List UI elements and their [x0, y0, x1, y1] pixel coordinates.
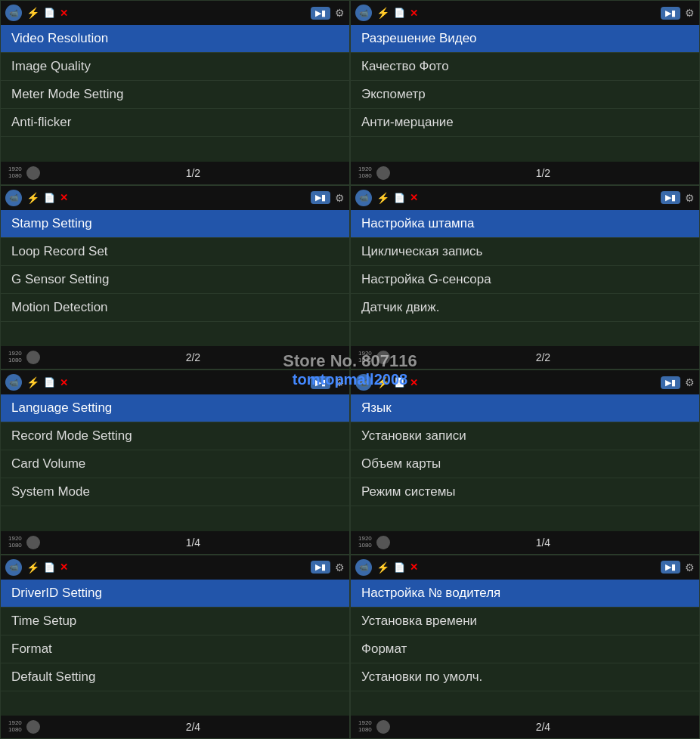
menu-item[interactable]: Настройка № водителя — [351, 580, 699, 608]
plug-icon: ⚡ — [26, 561, 39, 574]
menu-item[interactable]: Датчик движ. — [351, 294, 699, 322]
menu-item[interactable]: Image Quality — [1, 53, 349, 81]
close-icon: ✕ — [60, 377, 68, 388]
menu-list-p5: Language SettingRecord Mode SettingCard … — [1, 394, 349, 531]
panel-p4: 📹⚡📄✕▶▮⚙Настройка штампаЦиклическая запис… — [350, 185, 700, 370]
panel-header-p2: 📹⚡📄✕▶▮⚙ — [351, 1, 699, 25]
menu-item[interactable]: Язык — [351, 394, 699, 422]
settings-icon[interactable]: ⚙ — [335, 561, 345, 574]
menu-item[interactable]: Установки по умолч. — [351, 663, 699, 691]
video-mode-button[interactable]: ▶▮ — [311, 376, 330, 389]
camera-icon: 📹 — [355, 190, 372, 206]
camera-icon: 📹 — [5, 190, 22, 206]
video-mode-button[interactable]: ▶▮ — [661, 7, 680, 20]
settings-icon[interactable]: ⚙ — [685, 192, 695, 204]
resolution-badge: 19201080 — [358, 351, 372, 364]
panel-header-p8: 📹⚡📄✕▶▮⚙ — [351, 555, 699, 580]
video-mode-button[interactable]: ▶▮ — [311, 561, 330, 574]
panel-footer-p4: 192010802/2 — [351, 346, 699, 369]
video-mode-button[interactable]: ▶▮ — [311, 7, 330, 20]
menu-item[interactable]: Time Setup — [1, 608, 349, 635]
plug-icon: ⚡ — [376, 7, 389, 19]
menu-list-p6: ЯзыкУстановки записиОбъем картыРежим сис… — [351, 394, 699, 531]
video-mode-button[interactable]: ▶▮ — [661, 561, 680, 574]
menu-item[interactable]: Разрешение Видео — [351, 25, 699, 53]
menu-item[interactable]: G Sensor Setting — [1, 266, 349, 294]
close-icon: ✕ — [60, 192, 68, 203]
close-icon: ✕ — [60, 561, 68, 573]
page-number: 1/4 — [45, 536, 342, 549]
menu-item[interactable]: Video Resolution — [1, 25, 349, 53]
footer-status-icon — [26, 166, 40, 180]
page-number: 1/2 — [45, 167, 342, 179]
footer-status-icon — [376, 351, 390, 364]
video-mode-button[interactable]: ▶▮ — [661, 191, 680, 204]
menu-item[interactable]: Настройка штампа — [351, 210, 699, 238]
page-number: 2/4 — [395, 721, 692, 733]
menu-item[interactable]: Формат — [351, 635, 699, 663]
menu-item[interactable]: Anti-flicker — [1, 109, 349, 137]
panel-p8: 📹⚡📄✕▶▮⚙Настройка № водителяУстановка вре… — [350, 555, 700, 740]
menu-item[interactable]: Card Volume — [1, 450, 349, 478]
document-icon: 📄 — [44, 377, 55, 388]
close-icon: ✕ — [410, 561, 418, 573]
camera-icon: 📹 — [5, 559, 22, 576]
document-icon: 📄 — [394, 377, 405, 388]
document-icon: 📄 — [44, 193, 55, 203]
menu-item[interactable]: Качество Фото — [351, 53, 699, 81]
panel-p1: 📹⚡📄✕▶▮⚙Video ResolutionImage QualityMete… — [0, 0, 350, 185]
panel-p7: 📹⚡📄✕▶▮⚙DriverID SettingTime SetupFormatD… — [0, 555, 350, 740]
menu-list-p7: DriverID SettingTime SetupFormatDefault … — [1, 580, 349, 716]
panel-header-p4: 📹⚡📄✕▶▮⚙ — [351, 186, 699, 210]
footer-status-icon — [26, 351, 40, 364]
close-icon: ✕ — [410, 8, 418, 19]
menu-item[interactable]: Language Setting — [1, 394, 349, 422]
menu-item[interactable]: Format — [1, 635, 349, 663]
video-mode-button[interactable]: ▶▮ — [311, 191, 330, 204]
settings-icon[interactable]: ⚙ — [335, 376, 345, 388]
menu-item[interactable]: Установки записи — [351, 422, 699, 450]
menu-list-p1: Video ResolutionImage QualityMeter Mode … — [1, 25, 349, 162]
camera-icon: 📹 — [5, 5, 22, 21]
menu-item[interactable]: Record Mode Setting — [1, 422, 349, 450]
main-grid: 📹⚡📄✕▶▮⚙Video ResolutionImage QualityMete… — [0, 0, 700, 739]
panel-footer-p5: 192010801/4 — [1, 531, 349, 554]
menu-item[interactable]: Циклическая запись — [351, 238, 699, 266]
menu-item[interactable]: Stamp Setting — [1, 210, 349, 238]
menu-item[interactable]: DriverID Setting — [1, 580, 349, 608]
panel-p3: 📹⚡📄✕▶▮⚙Stamp SettingLoop Record SetG Sen… — [0, 185, 350, 370]
menu-list-p4: Настройка штампаЦиклическая записьНастро… — [351, 210, 699, 347]
menu-item[interactable]: Экспометр — [351, 81, 699, 109]
panel-footer-p8: 192010802/4 — [351, 716, 699, 738]
settings-icon[interactable]: ⚙ — [335, 192, 345, 204]
menu-item[interactable]: System Mode — [1, 478, 349, 506]
footer-status-icon — [376, 166, 390, 180]
menu-item[interactable]: Motion Detection — [1, 294, 349, 322]
menu-item[interactable]: Объем карты — [351, 450, 699, 478]
panel-footer-p1: 192010801/2 — [1, 162, 349, 184]
settings-icon[interactable]: ⚙ — [685, 7, 695, 19]
panel-footer-p7: 192010802/4 — [1, 716, 349, 738]
settings-icon[interactable]: ⚙ — [335, 7, 345, 19]
menu-item[interactable]: Установка времени — [351, 608, 699, 635]
panel-header-p7: 📹⚡📄✕▶▮⚙ — [1, 555, 349, 580]
menu-item[interactable]: Meter Mode Setting — [1, 81, 349, 109]
settings-icon[interactable]: ⚙ — [685, 561, 695, 574]
plug-icon: ⚡ — [376, 561, 389, 574]
camera-icon: 📹 — [355, 374, 372, 391]
plug-icon: ⚡ — [26, 7, 39, 19]
menu-list-p8: Настройка № водителяУстановка времениФор… — [351, 580, 699, 716]
video-mode-button[interactable]: ▶▮ — [661, 376, 680, 389]
menu-item[interactable]: Loop Record Set — [1, 238, 349, 266]
footer-status-icon — [26, 720, 40, 734]
resolution-badge: 19201080 — [358, 536, 372, 549]
resolution-badge: 19201080 — [8, 166, 22, 180]
menu-list-p3: Stamp SettingLoop Record SetG Sensor Set… — [1, 210, 349, 347]
settings-icon[interactable]: ⚙ — [685, 376, 695, 388]
footer-status-icon — [376, 536, 390, 549]
resolution-badge: 19201080 — [8, 720, 22, 734]
menu-item[interactable]: Анти-мерцание — [351, 109, 699, 137]
menu-item[interactable]: Default Setting — [1, 663, 349, 691]
menu-item[interactable]: Настройка G-сенсора — [351, 266, 699, 294]
menu-item[interactable]: Режим системы — [351, 478, 699, 506]
